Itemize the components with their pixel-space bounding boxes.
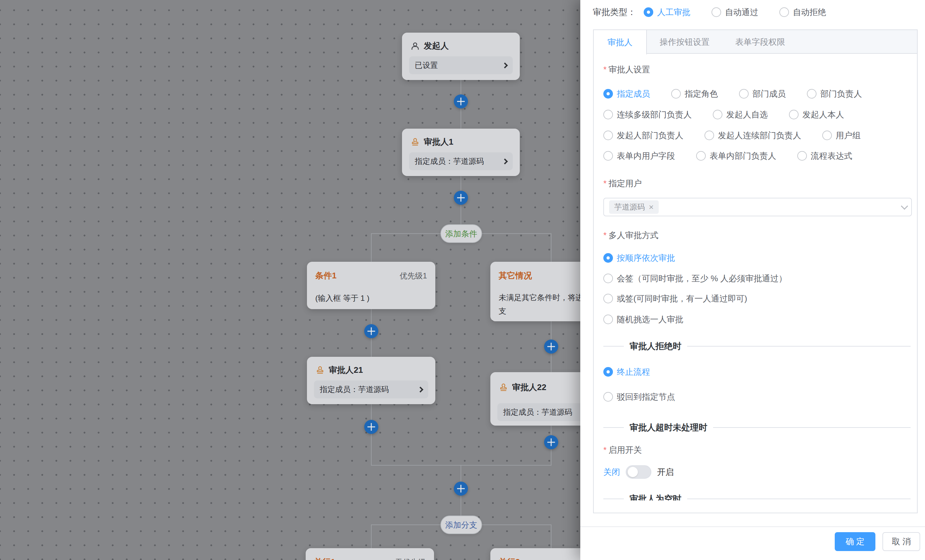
required-asterisk: * bbox=[603, 65, 607, 74]
radio-opt-dept-member[interactable]: 部门成员 bbox=[739, 88, 786, 99]
node-start[interactable]: 发起人 已设置 bbox=[402, 33, 520, 80]
radio-icon bbox=[705, 131, 714, 140]
chevron-right-icon bbox=[502, 158, 508, 164]
radio-icon bbox=[671, 89, 681, 99]
radio-icon bbox=[739, 89, 749, 99]
connector bbox=[371, 233, 372, 262]
radio-opt-form-dept-leader[interactable]: 表单内部门负责人 bbox=[696, 151, 776, 162]
radio-opt-form-user[interactable]: 表单内用户字段 bbox=[603, 151, 675, 162]
timeout-toggle-switch[interactable] bbox=[626, 465, 651, 479]
radio-opt-starter-dept-leader[interactable]: 发起人部门负责人 bbox=[603, 130, 683, 141]
radio-auto-reject[interactable]: 自动拒绝 bbox=[779, 7, 826, 18]
radio-icon bbox=[696, 151, 706, 161]
add-branch-button[interactable]: 添加分支 bbox=[440, 515, 482, 534]
add-node-button[interactable] bbox=[544, 435, 558, 449]
radio-sequential[interactable]: 按顺序依次审批 bbox=[603, 253, 675, 263]
node-condition1[interactable]: 条件1 优先级1 (输入框 等于 1 ) bbox=[307, 262, 435, 309]
add-node-button[interactable] bbox=[454, 191, 468, 205]
assign-user-select[interactable]: 芋道源码 × bbox=[603, 198, 912, 216]
node-summary[interactable]: 已设置 bbox=[409, 56, 513, 74]
node-summary[interactable]: 指定成员：芋道源码 bbox=[314, 381, 428, 398]
radio-label: 驳回到指定节点 bbox=[617, 391, 675, 403]
radio-orsign[interactable]: 或签(可同时审批，有一人通过即可) bbox=[603, 293, 747, 304]
radio-label: 人工审批 bbox=[657, 7, 690, 18]
radio-opt-self-select[interactable]: 发起人自选 bbox=[713, 109, 768, 120]
approver-setting-row2: 连续多级部门负责人 发起人自选 发起人本人 bbox=[603, 109, 865, 120]
radio-random[interactable]: 随机挑选一人审批 bbox=[603, 314, 683, 325]
approver-settings-panel: 审批类型： 人工审批 自动通过 自动拒绝 审批人 操作按钮设置 bbox=[580, 0, 925, 560]
stamp-icon bbox=[410, 137, 420, 147]
radio-icon bbox=[807, 89, 817, 99]
radio-icon bbox=[797, 151, 807, 161]
node-approver1[interactable]: 审批人1 指定成员：芋道源码 bbox=[402, 129, 520, 176]
radio-label: 表单内部门负责人 bbox=[710, 151, 776, 162]
tab-label: 操作按钮设置 bbox=[660, 36, 710, 48]
radio-selected-icon bbox=[603, 253, 613, 263]
add-node-button[interactable] bbox=[454, 482, 468, 496]
node-summary-text: 已设置 bbox=[415, 60, 438, 71]
radio-selected-icon bbox=[644, 8, 653, 17]
node-title: 并行1 bbox=[314, 557, 335, 560]
radio-return-to-node[interactable]: 驳回到指定节点 bbox=[603, 391, 675, 402]
radio-label: 自动通过 bbox=[725, 7, 758, 18]
add-node-button[interactable] bbox=[454, 95, 468, 108]
enable-switch-label: *启用开关 bbox=[603, 444, 642, 455]
approver-setting-row4: 表单内用户字段 表单内部门负责人 流程表达式 bbox=[603, 151, 874, 161]
tab-label: 表单字段权限 bbox=[735, 36, 785, 48]
user-tag-label: 芋道源码 bbox=[614, 202, 645, 212]
confirm-button[interactable]: 确 定 bbox=[835, 532, 875, 551]
radio-auto-pass[interactable]: 自动通过 bbox=[711, 7, 758, 18]
chevron-right-icon bbox=[502, 62, 508, 68]
tab-approver[interactable]: 审批人 bbox=[594, 30, 647, 54]
radio-label: 发起人连续部门负责人 bbox=[718, 130, 801, 141]
radio-opt-role[interactable]: 指定角色 bbox=[671, 88, 718, 99]
reject-section-divider: 审批人拒绝时 bbox=[603, 341, 911, 352]
cancel-button[interactable]: 取 消 bbox=[883, 532, 920, 551]
radio-selected-icon bbox=[603, 367, 613, 376]
empty-section-divider: 审批人为空时 bbox=[603, 494, 911, 500]
add-node-button[interactable] bbox=[364, 420, 378, 434]
radio-icon bbox=[603, 315, 613, 324]
footer-divider bbox=[580, 526, 925, 527]
tab-button-settings[interactable]: 操作按钮设置 bbox=[647, 30, 722, 54]
add-node-button[interactable] bbox=[364, 324, 378, 338]
node-title: 其它情况 bbox=[499, 270, 532, 281]
multi-mode-label: *多人审批方式 bbox=[603, 230, 658, 241]
chevron-down-icon bbox=[901, 203, 908, 210]
switch-on-label: 开启 bbox=[657, 467, 674, 478]
user-icon bbox=[410, 41, 420, 51]
radio-terminate-process[interactable]: 终止流程 bbox=[603, 366, 650, 377]
switch-off-label: 关闭 bbox=[603, 467, 620, 478]
radio-icon bbox=[711, 8, 721, 17]
tag-close-icon[interactable]: × bbox=[649, 203, 654, 211]
radio-label: 表单内用户字段 bbox=[617, 151, 675, 162]
approver-setting-row3: 发起人部门负责人 发起人连续部门负责人 用户组 bbox=[603, 130, 882, 141]
radio-opt-multi-leader[interactable]: 连续多级部门负责人 bbox=[603, 109, 691, 120]
radio-opt-self[interactable]: 发起人本人 bbox=[789, 109, 844, 120]
approver-setting-row1: 指定成员 指定角色 部门成员 部门负责人 bbox=[603, 88, 883, 99]
node-title: 审批人1 bbox=[424, 136, 453, 148]
radio-icon bbox=[603, 151, 613, 161]
add-condition-button[interactable]: 添加条件 bbox=[440, 224, 482, 243]
radio-label: 随机挑选一人审批 bbox=[617, 314, 683, 325]
approve-type-row: 审批类型： 人工审批 自动通过 自动拒绝 bbox=[593, 5, 826, 20]
radio-icon bbox=[603, 131, 613, 140]
add-node-button[interactable] bbox=[544, 340, 558, 354]
radio-opt-dept-leader[interactable]: 部门负责人 bbox=[807, 88, 862, 99]
radio-label: 终止流程 bbox=[617, 366, 650, 378]
node-summary-text: 指定成员：芋道源码 bbox=[503, 407, 572, 417]
node-parallel1[interactable]: 并行1 无优先级 bbox=[306, 548, 434, 560]
radio-countersign[interactable]: 会签（可同时审批，至少 % 人必须审批通过） bbox=[603, 273, 787, 284]
radio-opt-member[interactable]: 指定成员 bbox=[603, 88, 650, 99]
radio-label: 按顺序依次审批 bbox=[617, 253, 675, 264]
radio-opt-expression[interactable]: 流程表达式 bbox=[797, 151, 852, 162]
connector bbox=[551, 233, 551, 262]
connector-branch-merge bbox=[371, 465, 551, 465]
node-approver21[interactable]: 审批人21 指定成员：芋道源码 bbox=[307, 357, 435, 404]
node-summary[interactable]: 指定成员：芋道源码 bbox=[409, 152, 513, 170]
radio-opt-user-group[interactable]: 用户组 bbox=[822, 130, 861, 141]
radio-label: 发起人部门负责人 bbox=[617, 130, 683, 141]
radio-manual-approve[interactable]: 人工审批 bbox=[644, 7, 690, 18]
tab-form-field-permissions[interactable]: 表单字段权限 bbox=[722, 30, 798, 54]
radio-opt-starter-multi-leader[interactable]: 发起人连续部门负责人 bbox=[705, 130, 801, 141]
